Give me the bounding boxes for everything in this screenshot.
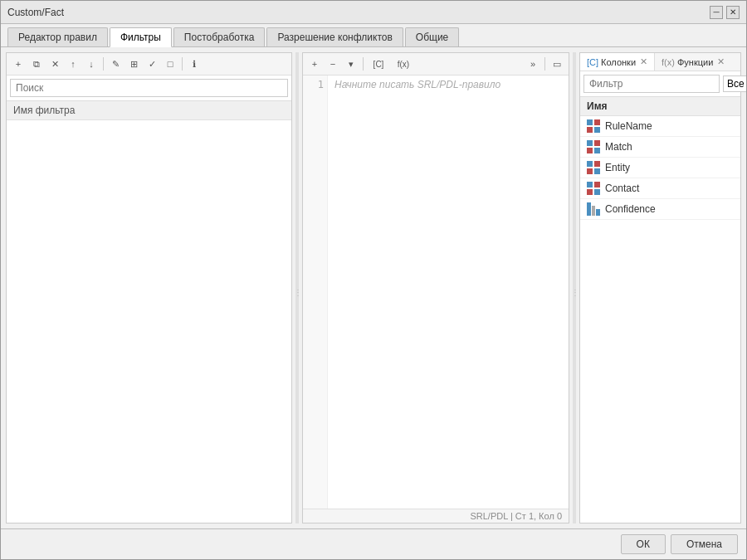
- tab-conflict-resolution[interactable]: Разрешение конфликтов: [266, 27, 403, 46]
- tab-functions[interactable]: f(x) Функции ✕: [655, 53, 731, 71]
- right-panel: [C] Колонки ✕ f(x) Функции ✕ Все типы ▾: [579, 52, 741, 523]
- svg-rect-10: [587, 168, 593, 174]
- move-up-button[interactable]: ↑: [65, 56, 81, 72]
- svg-rect-2: [587, 127, 593, 133]
- tab-bar: Редактор правил Фильтры Постобработка Ра…: [1, 24, 746, 47]
- column-header: Имя: [580, 97, 740, 116]
- column-type-icon: [587, 202, 600, 216]
- functions-tab-close[interactable]: ✕: [717, 56, 725, 67]
- line-numbers: 1: [303, 75, 328, 509]
- tab-editor-rules[interactable]: Редактор правил: [7, 27, 108, 46]
- type-dropdown[interactable]: Все типы ▾: [723, 75, 746, 92]
- columns-tab-close[interactable]: ✕: [640, 56, 647, 67]
- add-filter-button[interactable]: +: [10, 56, 27, 72]
- svg-rect-16: [587, 202, 591, 216]
- filter-list: Имя фильтра: [7, 101, 291, 523]
- left-panel: + ⧉ ✕ ↑ ↓ ✎ ⊞ ✓ □ ℹ Имя фильтра: [6, 52, 292, 523]
- filter-list-header: Имя фильтра: [7, 101, 291, 120]
- column-type-icon: [587, 140, 600, 153]
- svg-rect-8: [587, 161, 593, 167]
- splitter-center-right[interactable]: [573, 52, 576, 523]
- separator-2: [182, 57, 183, 71]
- editor-collapse-button[interactable]: ▭: [549, 56, 565, 72]
- tab-columns[interactable]: [C] Колонки ✕: [580, 53, 655, 71]
- editor-col-button[interactable]: [C]: [367, 56, 390, 72]
- editor-sep-2: [544, 57, 545, 71]
- check-button[interactable]: ✓: [144, 56, 160, 72]
- tab-general[interactable]: Общие: [405, 27, 459, 46]
- svg-rect-13: [594, 182, 600, 187]
- editor-arrow-button[interactable]: ▾: [343, 56, 359, 72]
- ok-button[interactable]: ОК: [621, 534, 666, 554]
- title-bar: Custom/Fact ─ ✕: [1, 1, 746, 24]
- svg-rect-3: [594, 127, 600, 133]
- svg-rect-6: [587, 148, 593, 153]
- svg-rect-12: [587, 182, 593, 187]
- window-title: Custom/Fact: [7, 7, 64, 18]
- svg-rect-1: [594, 119, 600, 125]
- main-content: + ⧉ ✕ ↑ ↓ ✎ ⊞ ✓ □ ℹ Имя фильтра: [1, 47, 746, 528]
- move-down-button[interactable]: ↓: [83, 56, 100, 72]
- svg-rect-4: [587, 140, 593, 146]
- editor-status: SRL/PDL | Ст 1, Кол 0: [303, 509, 569, 523]
- column-type-icon: [587, 182, 600, 195]
- editor-area: 1 Начните писать SRL/PDL-правило: [303, 75, 569, 509]
- editor-add-button[interactable]: +: [306, 56, 323, 72]
- right-tab-bar: [C] Колонки ✕ f(x) Функции ✕: [580, 53, 740, 71]
- search-bar: [7, 75, 291, 101]
- editor-toolbar: + − ▾ [C] f(x) » ▭: [303, 53, 569, 75]
- right-search-bar: Все типы ▾: [580, 71, 740, 97]
- title-controls: ─ ✕: [710, 6, 740, 19]
- column-type-icon: [587, 119, 600, 133]
- svg-rect-17: [592, 206, 595, 216]
- tab-postprocessing[interactable]: Постобработка: [173, 27, 266, 46]
- close-button[interactable]: ✕: [726, 6, 740, 19]
- search-input[interactable]: [10, 79, 288, 97]
- delete-filter-button[interactable]: ✕: [46, 56, 63, 72]
- list-item[interactable]: Confidence: [580, 199, 740, 220]
- tab-filters[interactable]: Фильтры: [110, 27, 172, 47]
- columns-list: Имя RuleName: [580, 97, 740, 523]
- editor-sep-1: [363, 57, 364, 71]
- list-item[interactable]: Contact: [580, 178, 740, 199]
- svg-rect-7: [594, 148, 600, 153]
- minimize-button[interactable]: ─: [710, 6, 723, 19]
- bottom-bar: ОК Отмена: [1, 528, 746, 559]
- editor-func-button[interactable]: f(x): [392, 56, 415, 72]
- svg-rect-0: [587, 119, 593, 125]
- copy-filter-button[interactable]: ⧉: [28, 56, 45, 72]
- left-toolbar: + ⧉ ✕ ↑ ↓ ✎ ⊞ ✓ □ ℹ: [7, 53, 291, 75]
- info-button[interactable]: ℹ: [186, 56, 203, 72]
- list-item[interactable]: Match: [580, 137, 740, 158]
- right-search-input[interactable]: [583, 75, 720, 93]
- editor-minus-button[interactable]: −: [325, 56, 341, 72]
- cancel-button[interactable]: Отмена: [671, 534, 738, 554]
- column-type-icon: [587, 161, 600, 174]
- splitter-left-center[interactable]: [295, 52, 299, 523]
- edit-button-1[interactable]: ✎: [107, 56, 124, 72]
- editor-content[interactable]: Начните писать SRL/PDL-правило: [328, 75, 569, 509]
- main-window: Custom/Fact ─ ✕ Редактор правил Фильтры …: [0, 0, 747, 560]
- list-item[interactable]: RuleName: [580, 116, 740, 137]
- separator-1: [103, 57, 104, 71]
- svg-rect-5: [594, 140, 600, 146]
- svg-rect-18: [596, 209, 600, 216]
- list-item[interactable]: Entity: [580, 158, 740, 178]
- svg-rect-9: [594, 161, 600, 167]
- svg-rect-14: [587, 189, 593, 195]
- edit-button-2[interactable]: ⊞: [125, 56, 142, 72]
- square-button[interactable]: □: [162, 56, 178, 72]
- svg-rect-15: [594, 189, 600, 195]
- svg-rect-11: [594, 168, 600, 174]
- center-panel: + − ▾ [C] f(x) » ▭ 1 Начните писать SRL/…: [302, 52, 569, 523]
- editor-expand-button[interactable]: »: [525, 56, 541, 72]
